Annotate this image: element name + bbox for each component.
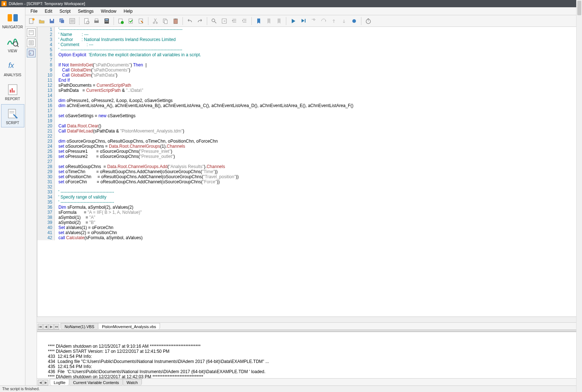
panel-navigator[interactable]: NAVIGATOR: [1, 8, 24, 32]
panel-script[interactable]: SCRIPT: [1, 104, 24, 127]
code-editor[interactable]: 1'--------------------------------------…: [37, 27, 582, 317]
prev-bookmark-button[interactable]: [264, 16, 274, 26]
indent-button[interactable]: [240, 16, 249, 26]
code-line[interactable]: 11End If: [37, 78, 582, 83]
undo-button[interactable]: [185, 16, 194, 26]
editor-tab[interactable]: NoName(1).VBS: [61, 323, 98, 330]
code-line[interactable]: 26set oPressure2 = oSourceGroupChns("Pre…: [37, 154, 582, 159]
code-line[interactable]: 3' Author : National Instruments Ireland…: [37, 37, 582, 42]
code-line[interactable]: 25set oPressure1 = oSourceGroupChns("Pre…: [37, 149, 582, 154]
code-view-button[interactable]: [67, 16, 77, 26]
code-line[interactable]: 41set aValues(2) = oPositionChn: [37, 230, 582, 235]
log-tab-nav-next[interactable]: ▶: [43, 380, 48, 385]
paste-button[interactable]: [171, 16, 180, 26]
code-line[interactable]: 21Call DataFileLoad(sPathData & "PistonM…: [37, 128, 582, 134]
run-to-cursor-button[interactable]: [299, 16, 308, 26]
menu-edit[interactable]: Edit: [41, 8, 56, 15]
code-line[interactable]: 10 Call GlobalDim("sPathData"): [37, 73, 582, 78]
code-line[interactable]: 16dim aChnEventListArea_A(), aChnEventLi…: [37, 103, 582, 108]
code-line[interactable]: 29set oTimeChn = oResultGoupChns.AddChan…: [37, 169, 582, 174]
toggle-bookmark-button[interactable]: [254, 16, 263, 26]
menu-file[interactable]: File: [27, 8, 41, 15]
redo-button[interactable]: [195, 16, 205, 26]
open-file-button[interactable]: [37, 16, 46, 26]
code-line[interactable]: 36Dim sFormula, aSymbol(2), aValues(2): [37, 205, 582, 210]
code-line[interactable]: 4' Comment : ---: [37, 42, 582, 47]
code-line[interactable]: 28set oResultGoupChns = Data.Root.Channe…: [37, 164, 582, 169]
log-vertical-scrollbar[interactable]: [576, 332, 582, 378]
code-line[interactable]: 5' -------------------------------------…: [37, 47, 582, 52]
tab-nav-last[interactable]: ⏭: [54, 324, 59, 330]
stopwatch-button[interactable]: [364, 16, 373, 26]
side-btn-2[interactable]: [27, 38, 36, 47]
record-macro-button[interactable]: [116, 16, 126, 26]
panel-analysis[interactable]: fxANALYSIS: [1, 56, 24, 79]
log-tab[interactable]: Logfile: [50, 379, 69, 385]
code-line[interactable]: 18set oSaveSettings = new cSaveSettings: [37, 113, 582, 118]
tab-nav-next[interactable]: ▶: [49, 324, 54, 330]
calculator-button[interactable]: [102, 16, 111, 26]
code-line[interactable]: 40Set aValues(1) = oForceChn: [37, 225, 582, 230]
cut-button[interactable]: [151, 16, 160, 26]
code-line[interactable]: 42call Calculate(sFormula, aSymbol, aVal…: [37, 235, 582, 240]
panel-report[interactable]: REPORT: [1, 80, 24, 103]
code-line[interactable]: 1'--------------------------------------…: [37, 27, 582, 32]
panel-view[interactable]: VIEW: [1, 32, 24, 56]
code-line[interactable]: 20Call Data.Root.Clear(): [37, 123, 582, 128]
save-button[interactable]: [47, 16, 57, 26]
run-button[interactable]: [288, 16, 298, 26]
print-preview-button[interactable]: [82, 16, 91, 26]
code-line[interactable]: 31set oForceChn = oResultGoupChns.AddCha…: [37, 179, 582, 184]
copy-button[interactable]: [161, 16, 170, 26]
code-line[interactable]: 14: [37, 93, 582, 98]
find-button[interactable]: [209, 16, 219, 26]
menu-help[interactable]: Help: [120, 8, 136, 15]
menu-window[interactable]: Window: [97, 8, 120, 15]
code-line[interactable]: 32: [37, 184, 582, 189]
code-line[interactable]: 33' ------------------------------------…: [37, 189, 582, 195]
log-tab[interactable]: Watch: [123, 379, 142, 385]
code-line[interactable]: 9 Call GlobalDim("sPathDocuments"): [37, 68, 582, 73]
toggle-breakpoint-button[interactable]: [349, 16, 359, 26]
code-line[interactable]: 2' Name : ---: [37, 32, 582, 37]
side-btn-3[interactable]: F: [27, 49, 36, 57]
goto-button[interactable]: [220, 16, 229, 26]
menu-script[interactable]: Script: [56, 8, 74, 15]
code-line[interactable]: 39aSymbol(2) = "B": [37, 220, 582, 225]
step-into-button[interactable]: [309, 16, 318, 26]
step-back-button[interactable]: [339, 16, 349, 26]
code-line[interactable]: 22: [37, 134, 582, 139]
code-line[interactable]: 7: [37, 57, 582, 62]
print-button[interactable]: [92, 16, 101, 26]
new-file-button[interactable]: ✱: [27, 16, 36, 26]
log-tab-nav-prev[interactable]: ◀: [38, 380, 43, 385]
outdent-button[interactable]: [230, 16, 239, 26]
next-bookmark-button[interactable]: [274, 16, 284, 26]
code-line[interactable]: 17: [37, 108, 582, 113]
code-line[interactable]: 12sPathDocuments = CurrentScriptPath: [37, 83, 582, 88]
edit-script-button[interactable]: [136, 16, 146, 26]
horizontal-scrollbar[interactable]: [37, 317, 582, 322]
editor-tab[interactable]: PistonMovement_Analysis.vbs: [98, 323, 160, 330]
step-over-button[interactable]: [319, 16, 328, 26]
step-out-button[interactable]: [329, 16, 339, 26]
side-btn-1[interactable]: [27, 28, 36, 37]
save-all-button[interactable]: [57, 16, 67, 26]
code-line[interactable]: 6Option Explicit 'Enforces the explicit …: [37, 52, 582, 57]
code-line[interactable]: 19: [37, 118, 582, 123]
code-line[interactable]: 27: [37, 159, 582, 164]
check-syntax-button[interactable]: [126, 16, 136, 26]
code-line[interactable]: 30set oPositionChn = oResultGoupChns.Add…: [37, 174, 582, 179]
code-line[interactable]: 13sPathData = CurrentScriptPath & "..\Da…: [37, 88, 582, 93]
code-line[interactable]: 35' ------------------------------------…: [37, 200, 582, 205]
code-line[interactable]: 34' Specify range of validity: [37, 195, 582, 200]
code-line[interactable]: 23dim oSourceGroupChns, oResultGoupChns,…: [37, 139, 582, 144]
log-panel[interactable]: **** DIAdem shutdown on 12/15/2017 at 9:…: [37, 332, 582, 378]
code-line[interactable]: 8If Not ItemInfoGet("sPathDocuments") Th…: [37, 62, 582, 68]
code-line[interactable]: 24set oSourceGroupChns = Data.Root.Chann…: [37, 144, 582, 149]
tab-nav-first[interactable]: ⏮: [38, 324, 43, 330]
code-line[interactable]: 15dim oPressure1, oPressure2, iLoop, iLo…: [37, 98, 582, 103]
tab-nav-prev[interactable]: ◀: [43, 324, 48, 330]
menu-settings[interactable]: Settings: [74, 8, 97, 15]
code-line[interactable]: 37sFormula = "A = IIF( B > 1, A, NoValue…: [37, 210, 582, 215]
